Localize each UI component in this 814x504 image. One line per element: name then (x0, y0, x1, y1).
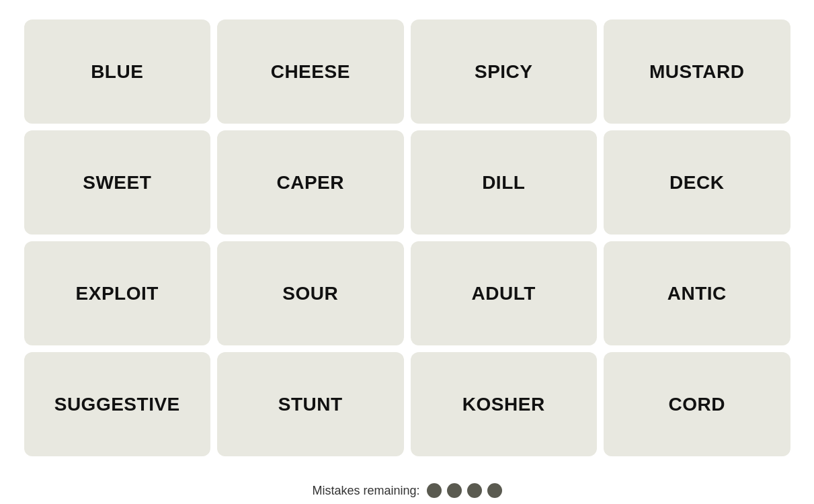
card-sweet[interactable]: SWEET (24, 130, 211, 235)
mistake-dot-1 (427, 483, 442, 498)
mistake-dot-3 (467, 483, 482, 498)
card-label-blue: BLUE (84, 61, 150, 83)
card-blue[interactable]: BLUE (24, 19, 211, 124)
card-label-sour: SOUR (276, 283, 345, 304)
card-label-deck: DECK (663, 172, 731, 194)
card-dill[interactable]: DILL (411, 130, 598, 235)
mistake-dot-4 (487, 483, 502, 498)
card-label-spicy: SPICY (468, 61, 540, 83)
card-antic[interactable]: ANTIC (604, 241, 790, 345)
card-spicy[interactable]: SPICY (411, 19, 598, 124)
card-cheese[interactable]: CHEESE (217, 19, 404, 124)
card-cord[interactable]: CORD (604, 352, 790, 456)
card-label-cheese: CHEESE (264, 61, 357, 83)
card-label-mustard: MUSTARD (643, 61, 751, 83)
card-label-stunt: STUNT (272, 394, 350, 415)
mistakes-label: Mistakes remaining: (312, 484, 419, 498)
card-caper[interactable]: CAPER (217, 130, 404, 235)
mistakes-section: Mistakes remaining: (312, 483, 501, 498)
card-mustard[interactable]: MUSTARD (604, 19, 790, 124)
card-label-antic: ANTIC (661, 283, 733, 304)
card-suggestive[interactable]: SUGGESTIVE (24, 352, 211, 456)
card-sour[interactable]: SOUR (217, 241, 404, 345)
card-deck[interactable]: DECK (604, 130, 790, 235)
mistake-dot-2 (447, 483, 462, 498)
card-stunt[interactable]: STUNT (217, 352, 404, 456)
card-kosher[interactable]: KOSHER (411, 352, 598, 456)
card-adult[interactable]: ADULT (411, 241, 598, 345)
mistakes-dots (427, 483, 502, 498)
card-exploit[interactable]: EXPLOIT (24, 241, 211, 345)
card-label-kosher: KOSHER (456, 394, 552, 415)
card-label-suggestive: SUGGESTIVE (48, 394, 187, 415)
card-label-sweet: SWEET (76, 172, 158, 194)
card-label-dill: DILL (475, 172, 532, 194)
card-label-exploit: EXPLOIT (69, 283, 165, 304)
word-grid: BLUECHEESESPICYMUSTARDSWEETCAPERDILLDECK… (11, 6, 804, 470)
card-label-adult: ADULT (465, 283, 542, 304)
card-label-cord: CORD (662, 394, 732, 415)
card-label-caper: CAPER (270, 172, 351, 194)
